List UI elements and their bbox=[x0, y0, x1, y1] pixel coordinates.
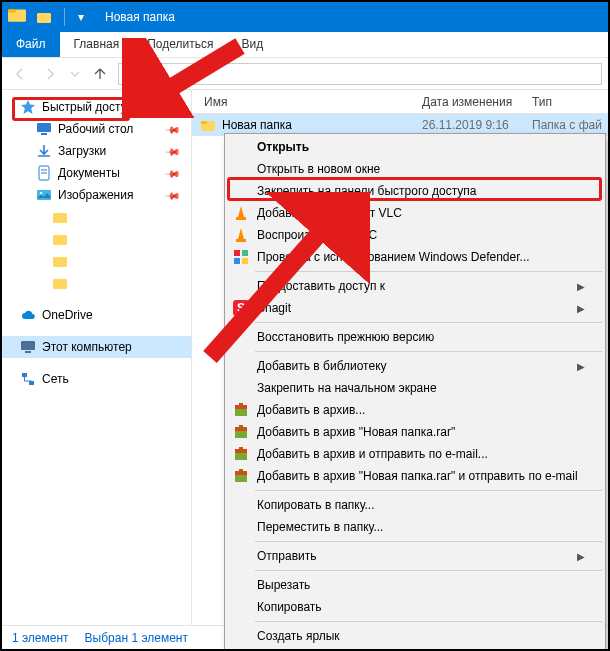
sidebar-item-folder-4[interactable] bbox=[2, 272, 191, 294]
file-name: Новая папка bbox=[222, 118, 292, 132]
ctx-copy[interactable]: Копировать bbox=[227, 596, 603, 618]
ctx-pin-start[interactable]: Закрепить на начальном экране bbox=[227, 377, 603, 399]
svg-point-11 bbox=[40, 192, 43, 195]
snagit-icon: S bbox=[233, 300, 249, 316]
column-header-name[interactable]: Имя bbox=[192, 95, 422, 109]
ctx-add-archive[interactable]: Добавить в архив... bbox=[227, 399, 603, 421]
column-header-type[interactable]: Тип bbox=[532, 95, 608, 109]
ctx-separator bbox=[255, 541, 602, 542]
sidebar-item-downloads[interactable]: Загрузки 📌 bbox=[2, 140, 191, 162]
ctx-delete[interactable]: Удалить bbox=[227, 647, 603, 651]
sidebar-item-folder-1[interactable] bbox=[2, 206, 191, 228]
tab-share[interactable]: Поделиться bbox=[133, 32, 227, 57]
sidebar-item-documents[interactable]: Документы 📌 bbox=[2, 162, 191, 184]
sidebar-item-pictures[interactable]: Изображения 📌 bbox=[2, 184, 191, 206]
svg-rect-12 bbox=[53, 213, 67, 223]
ctx-pin-quick-access[interactable]: Закрепить на панели быстрого доступа bbox=[227, 180, 603, 202]
svg-rect-6 bbox=[41, 133, 47, 135]
tab-view[interactable]: Вид bbox=[227, 32, 277, 57]
window-title: Новая папка bbox=[105, 10, 175, 24]
nav-up-button[interactable] bbox=[88, 62, 112, 86]
sidebar-label: OneDrive bbox=[42, 308, 93, 322]
nav-forward-button[interactable] bbox=[38, 62, 62, 86]
ctx-add-archive-email[interactable]: Добавить в архив и отправить по e-mail..… bbox=[227, 443, 603, 465]
ctx-restore-previous[interactable]: Восстановить прежнюю версию bbox=[227, 326, 603, 348]
ctx-play-vlc[interactable]: Воспроизвести в VLC bbox=[227, 224, 603, 246]
column-headers[interactable]: Имя Дата изменения Тип bbox=[192, 90, 608, 114]
nav-back-button[interactable] bbox=[8, 62, 32, 86]
pictures-icon bbox=[36, 187, 52, 203]
svg-rect-41 bbox=[239, 469, 243, 473]
svg-rect-15 bbox=[53, 279, 67, 289]
title-bar: ▾ Новая папка bbox=[2, 2, 608, 32]
chevron-right-icon: ▶ bbox=[577, 551, 585, 562]
chevron-right-icon: ▶ bbox=[577, 303, 585, 314]
quick-folder-icon[interactable] bbox=[34, 7, 54, 27]
sidebar-item-this-pc[interactable]: Этот компьютер bbox=[2, 336, 191, 358]
folder-icon bbox=[52, 231, 68, 247]
sidebar-label: Быстрый доступ bbox=[42, 100, 133, 114]
ctx-defender-scan[interactable]: Проверка с использованием Windows Defend… bbox=[227, 246, 603, 268]
svg-rect-1 bbox=[8, 9, 16, 12]
ctx-create-shortcut[interactable]: Создать ярлык bbox=[227, 625, 603, 647]
ctx-separator bbox=[255, 621, 602, 622]
ctx-separator bbox=[255, 490, 602, 491]
ctx-grant-access[interactable]: Предоставить доступ к▶ bbox=[227, 275, 603, 297]
svg-rect-24 bbox=[234, 250, 240, 256]
desktop-icon bbox=[36, 121, 52, 137]
chevron-right-icon: ▶ bbox=[577, 281, 585, 292]
titlebar-separator bbox=[64, 8, 65, 26]
vlc-icon bbox=[233, 205, 249, 221]
tab-file[interactable]: Файл bbox=[2, 32, 60, 57]
network-icon bbox=[20, 371, 36, 387]
ctx-add-archive-rar[interactable]: Добавить в архив "Новая папка.rar" bbox=[227, 421, 603, 443]
ctx-move-to-folder[interactable]: Переместить в папку... bbox=[227, 516, 603, 538]
cloud-icon bbox=[20, 307, 36, 323]
address-folder-icon bbox=[121, 65, 139, 83]
ctx-cut[interactable]: Вырезать bbox=[227, 574, 603, 596]
winrar-icon bbox=[233, 468, 249, 484]
ctx-add-playlist-vlc[interactable]: Добавить в плейлист VLC bbox=[227, 202, 603, 224]
file-type: Папка с фай bbox=[532, 118, 608, 132]
ctx-add-archive-rar-email[interactable]: Добавить в архив "Новая папка.rar" и отп… bbox=[227, 465, 603, 487]
sidebar-item-folder-2[interactable] bbox=[2, 228, 191, 250]
pin-icon: 📌 bbox=[165, 143, 181, 159]
qat-dropdown-icon[interactable]: ▾ bbox=[71, 7, 91, 27]
ctx-separator bbox=[255, 570, 602, 571]
svg-rect-19 bbox=[29, 381, 34, 385]
context-menu: Открыть Открыть в новом окне Закрепить н… bbox=[224, 133, 606, 651]
chevron-right-icon: ▶ bbox=[577, 361, 585, 372]
ctx-open-new-window[interactable]: Открыть в новом окне bbox=[227, 158, 603, 180]
ctx-add-library[interactable]: Добавить в библиотеку▶ bbox=[227, 355, 603, 377]
ctx-open[interactable]: Открыть bbox=[227, 136, 603, 158]
winrar-icon bbox=[233, 424, 249, 440]
nav-tree: Быстрый доступ Рабочий стол 📌 Загрузки 📌… bbox=[2, 90, 192, 625]
address-chevron-icon[interactable]: › bbox=[147, 67, 151, 81]
sidebar-item-onedrive[interactable]: OneDrive bbox=[2, 304, 191, 326]
ctx-separator bbox=[255, 351, 602, 352]
sidebar-label: Сеть bbox=[42, 372, 69, 386]
ctx-snagit[interactable]: S Snagit▶ bbox=[227, 297, 603, 319]
folder-icon bbox=[200, 117, 216, 133]
svg-rect-13 bbox=[53, 235, 67, 245]
svg-rect-27 bbox=[242, 258, 248, 264]
svg-rect-17 bbox=[25, 351, 31, 353]
address-bar[interactable]: › bbox=[118, 63, 602, 85]
pin-icon: 📌 bbox=[165, 165, 181, 181]
ctx-send-to[interactable]: Отправить▶ bbox=[227, 545, 603, 567]
nav-recent-dropdown[interactable] bbox=[68, 62, 82, 86]
ctx-copy-to-folder[interactable]: Копировать в папку... bbox=[227, 494, 603, 516]
sidebar-item-network[interactable]: Сеть bbox=[2, 368, 191, 390]
documents-icon bbox=[36, 165, 52, 181]
svg-rect-38 bbox=[239, 447, 243, 451]
sidebar-item-folder-3[interactable] bbox=[2, 250, 191, 272]
svg-rect-10 bbox=[37, 190, 51, 200]
column-header-date[interactable]: Дата изменения bbox=[422, 95, 532, 109]
status-item-count: 1 элемент bbox=[12, 631, 69, 645]
svg-rect-25 bbox=[242, 250, 248, 256]
sidebar-item-quick-access[interactable]: Быстрый доступ bbox=[2, 96, 191, 118]
winrar-icon bbox=[233, 446, 249, 462]
sidebar-label: Загрузки bbox=[58, 144, 106, 158]
tab-home[interactable]: Главная bbox=[60, 32, 134, 57]
sidebar-item-desktop[interactable]: Рабочий стол 📌 bbox=[2, 118, 191, 140]
